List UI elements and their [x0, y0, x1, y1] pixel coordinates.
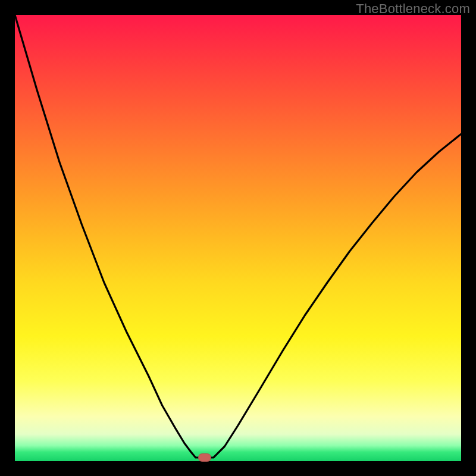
bottleneck-curve [15, 15, 461, 461]
plot-area [15, 15, 461, 461]
curve-path [15, 15, 461, 458]
optimum-marker [198, 453, 211, 462]
chart-frame: TheBottleneck.com [0, 0, 476, 476]
